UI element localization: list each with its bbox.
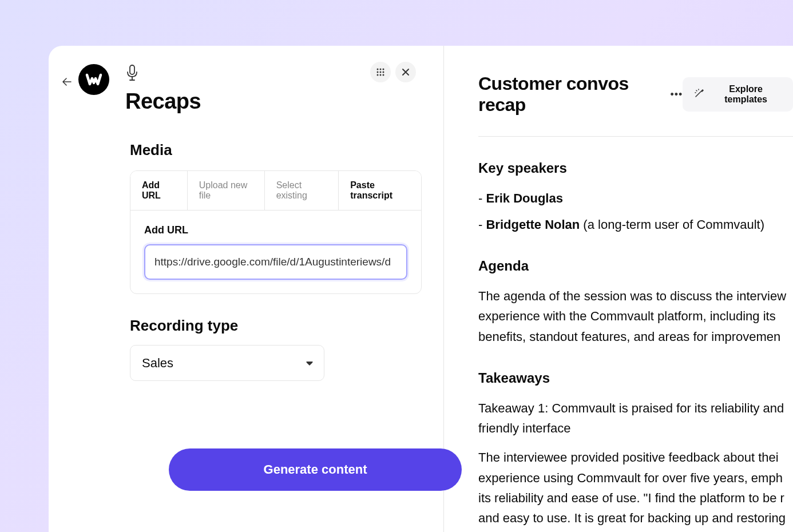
takeaway-body: The interviewee provided positive feedba… bbox=[478, 447, 793, 532]
output-content: Key speakers - Erik Douglas - Bridgette … bbox=[478, 157, 793, 532]
svg-point-5 bbox=[383, 69, 384, 70]
app-logo[interactable] bbox=[78, 64, 109, 95]
recording-type-title: Recording type bbox=[130, 317, 425, 335]
svg-point-11 bbox=[383, 74, 384, 76]
svg-rect-0 bbox=[130, 65, 134, 74]
speaker-item: - Erik Douglas bbox=[478, 188, 793, 208]
takeaways-heading: Takeaways bbox=[478, 367, 793, 389]
svg-point-7 bbox=[380, 72, 382, 73]
agenda-text: The agenda of the session was to discuss… bbox=[478, 286, 793, 347]
tab-add-url[interactable]: Add URL bbox=[130, 171, 188, 210]
agenda-heading: Agenda bbox=[478, 255, 793, 277]
svg-point-10 bbox=[380, 74, 382, 76]
svg-point-8 bbox=[383, 72, 384, 73]
svg-point-9 bbox=[377, 74, 379, 76]
close-button[interactable] bbox=[395, 62, 416, 82]
url-field-label: Add URL bbox=[144, 224, 407, 236]
left-panel: Recaps Media Add URL bbox=[49, 46, 444, 532]
key-speakers-heading: Key speakers bbox=[478, 157, 793, 179]
output-title: Customer convos recap bbox=[478, 73, 663, 116]
tab-upload-file[interactable]: Upload new file bbox=[188, 171, 265, 210]
svg-point-3 bbox=[377, 69, 379, 70]
media-tabs-container: Add URL Upload new file Select existing … bbox=[130, 170, 422, 294]
url-input[interactable] bbox=[144, 244, 407, 280]
svg-point-4 bbox=[380, 69, 382, 70]
back-arrow-icon[interactable] bbox=[62, 78, 72, 88]
tab-paste-transcript[interactable]: Paste transcript bbox=[339, 171, 421, 210]
takeaway-title: Takeaway 1: Commvault is praised for its… bbox=[478, 398, 793, 438]
explore-templates-label: Explore templates bbox=[710, 84, 782, 105]
explore-templates-button[interactable]: Explore templates bbox=[683, 77, 793, 112]
magic-wand-icon bbox=[694, 88, 704, 101]
more-options-icon[interactable]: ••• bbox=[670, 89, 683, 101]
generate-content-button[interactable]: Generate content bbox=[169, 448, 462, 491]
grid-menu-button[interactable] bbox=[370, 62, 391, 82]
recording-type-select[interactable]: Sales bbox=[130, 345, 324, 381]
tab-select-existing[interactable]: Select existing bbox=[265, 171, 339, 210]
speaker-item: - Bridgette Nolan (a long-term user of C… bbox=[478, 215, 793, 235]
right-panel: Customer convos recap ••• Explore templa… bbox=[444, 46, 793, 532]
media-section-title: Media bbox=[130, 141, 425, 159]
svg-point-6 bbox=[377, 72, 379, 73]
page-title: Recaps bbox=[125, 89, 425, 114]
